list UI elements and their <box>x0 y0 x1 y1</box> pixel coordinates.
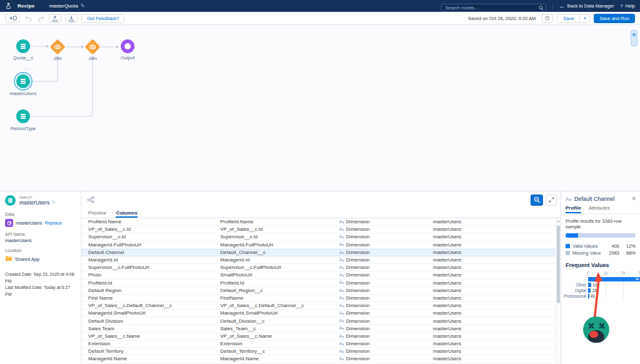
frequent-value-bar-row[interactable]: Other195 <box>588 282 636 288</box>
node-output[interactable] <box>121 39 135 53</box>
table-row[interactable]: Supervisor__c.FullPhotoUrlSupervisor__c.… <box>81 264 556 271</box>
table-row[interactable]: Default RegionDefault_Region__cAaDimensi… <box>81 287 556 295</box>
table-row[interactable]: ManagerId.SmallPhotoUrlManagerId.SmallPh… <box>81 310 556 317</box>
recipe-canvas[interactable]: Quota__c Join Join Output ... masterUser… <box>0 25 640 191</box>
column-api-cell: FirstName <box>220 295 339 301</box>
column-api-cell: ProfileId.Name <box>220 219 339 225</box>
recipe-name[interactable]: masterQuota ✎ <box>49 3 84 9</box>
columns-panel: Preview Columns ProfileId.NameProfileId.… <box>81 191 561 364</box>
table-row[interactable]: ExtensionExtensionAaDimensionmasterUsers <box>81 340 556 348</box>
column-source-cell: masterUsers <box>433 219 556 225</box>
graph-view-icon[interactable] <box>86 196 95 205</box>
table-row[interactable]: Sales TeamSales_Team__cAaDimensionmaster… <box>81 325 556 333</box>
column-name-cell: Photo <box>81 272 220 278</box>
undo-icon[interactable] <box>24 14 33 23</box>
sample-size-text: Profile results for 3383-row sample <box>566 218 636 230</box>
table-scrollbar[interactable]: ▲ <box>556 218 561 364</box>
bar-category-label: Other <box>576 283 586 287</box>
table-row[interactable]: Default DivisionDefault_Division__cAaDim… <box>81 317 556 325</box>
node-recordtype[interactable] <box>16 109 30 123</box>
table-row[interactable]: VP_of_Sales__c.IdVP_of_Sales__c.IdAaDime… <box>81 226 556 233</box>
node-inspector-panel: INPUT masterUsers ✎ Data masterUsers Rep… <box>0 191 81 364</box>
dataset-icon <box>20 113 26 119</box>
tab-profile[interactable]: Profile <box>566 205 581 213</box>
column-type-cell: AaDimension <box>339 272 433 278</box>
column-type-cell: AaDimension <box>339 280 433 286</box>
frequent-value-bar-row[interactable]: Digital156 <box>588 288 636 293</box>
close-icon[interactable]: × <box>632 196 636 202</box>
table-row[interactable]: VP_of_Sales__c.NameVP_of_Sales__c.NameAa… <box>81 333 556 340</box>
table-row[interactable]: Default TerritoryDefault_Territory__cAaD… <box>81 348 556 355</box>
bar: 3k <box>588 277 640 281</box>
replace-dataset-link[interactable]: Replace <box>45 220 63 226</box>
valid-count: 400 <box>601 243 619 249</box>
scroll-up-icon[interactable]: ▲ <box>556 218 561 223</box>
save-menu-button[interactable]: ▼ <box>580 14 590 23</box>
table-row[interactable]: ManagerId.FullPhotoUrlManagerId.FullPhot… <box>81 241 556 249</box>
node-join-1[interactable] <box>51 40 64 54</box>
column-type-cell: AaDimension <box>339 257 433 263</box>
dimension-type-icon: Aa <box>339 349 344 354</box>
redo-icon[interactable] <box>36 14 45 23</box>
table-row[interactable]: PhotoSmallPhotoUrlAaDimensionmasterUsers <box>81 271 556 279</box>
node-masterusers[interactable] <box>16 74 30 88</box>
add-node-button[interactable] <box>5 14 20 23</box>
table-row[interactable]: ProfileId.IdProfileId.IdAaDimensionmaste… <box>81 280 556 287</box>
bar-value-label: 3k <box>635 277 639 281</box>
dimension-type-icon: Aa <box>339 258 344 263</box>
table-row[interactable]: ManagerId.IdManagerId.IdAaDimensionmaste… <box>81 256 556 264</box>
bar-category-label: - <box>585 277 586 281</box>
node-join-2[interactable] <box>86 40 99 54</box>
node-overflow-indicator[interactable]: ... <box>24 64 31 71</box>
column-type-cell: AaDimension <box>339 326 433 331</box>
back-to-data-manager-link[interactable]: ← Back to Data Manager <box>559 3 614 9</box>
frequent-value-bar-row[interactable]: -3k <box>588 276 636 282</box>
dataset-name: masterUsers <box>16 220 43 226</box>
table-row[interactable]: First NameFirstNameAaDimensionmasterUser… <box>81 295 556 302</box>
download-recipe-button[interactable] <box>65 14 78 23</box>
expand-panel-button[interactable] <box>546 195 557 206</box>
column-api-cell: VP_of_Sales__c.Id <box>220 226 339 232</box>
frequent-value-bar-row[interactable]: Professional49 <box>588 293 636 299</box>
column-source-cell: masterUsers <box>433 280 556 286</box>
bar-value-label: 156 <box>592 288 599 293</box>
save-and-run-button[interactable]: Save and Run <box>594 14 635 23</box>
column-api-cell: Default_Region__c <box>220 288 339 293</box>
upload-icon <box>52 15 58 22</box>
search-nodes-input[interactable] <box>441 4 546 12</box>
table-row[interactable]: ManagerId.NameManagerId.NameAaDimensionm… <box>81 355 556 363</box>
axis-tick-label: 2k <box>621 271 626 275</box>
run-history-button[interactable] <box>542 14 553 23</box>
got-feedback-button[interactable]: Got Feedback? <box>81 14 124 23</box>
node-quota[interactable] <box>16 39 30 53</box>
column-api-cell: Sales_Team__c <box>220 326 339 331</box>
save-button[interactable]: Save <box>557 14 580 23</box>
column-name-cell: Supervisor__c.Id <box>81 234 220 240</box>
dimension-type-icon: Aa <box>339 326 344 331</box>
column-name-cell: Default Region <box>81 288 220 293</box>
table-row[interactable]: Default ChannelDefault_Channel__cAaDimen… <box>81 249 556 256</box>
tab-columns[interactable]: Columns <box>116 210 137 218</box>
profile-search-button[interactable] <box>531 195 543 206</box>
table-row[interactable]: ProfileId.NameProfileId.NameAaDimensionm… <box>81 218 556 226</box>
column-source-cell: masterUsers <box>433 295 556 301</box>
edit-recipe-name-icon[interactable]: ✎ <box>81 3 85 9</box>
tab-preview[interactable]: Preview <box>88 210 106 218</box>
table-row[interactable]: Supervisor__c.IdSupervisor__c.IdAaDimens… <box>81 233 556 241</box>
expand-icon <box>549 197 554 203</box>
column-api-cell: Supervisor__c.FullPhotoUrl <box>220 265 339 270</box>
tab-attributes[interactable]: Attributes <box>589 205 610 213</box>
dimension-type-icon: Aa <box>339 273 344 278</box>
column-type-cell: AaDimension <box>339 356 433 361</box>
canvas-side-panel-toggle[interactable] <box>631 30 637 46</box>
column-type-cell: AaDimension <box>339 265 433 270</box>
scrollbar-thumb[interactable] <box>557 225 560 303</box>
column-type-cell: AaDimension <box>339 303 433 308</box>
column-source-cell: masterUsers <box>433 303 556 308</box>
help-link[interactable]: ? Help <box>620 3 635 9</box>
column-name-cell: Supervisor__c.FullPhotoUrl <box>81 265 220 270</box>
upload-recipe-button[interactable] <box>49 14 61 23</box>
table-row[interactable]: VP_of_Sales__c.Default_Channel__cVP_of_S… <box>81 302 556 310</box>
column-source-cell: masterUsers <box>433 242 556 248</box>
edit-node-name-icon[interactable]: ✎ <box>51 200 56 205</box>
